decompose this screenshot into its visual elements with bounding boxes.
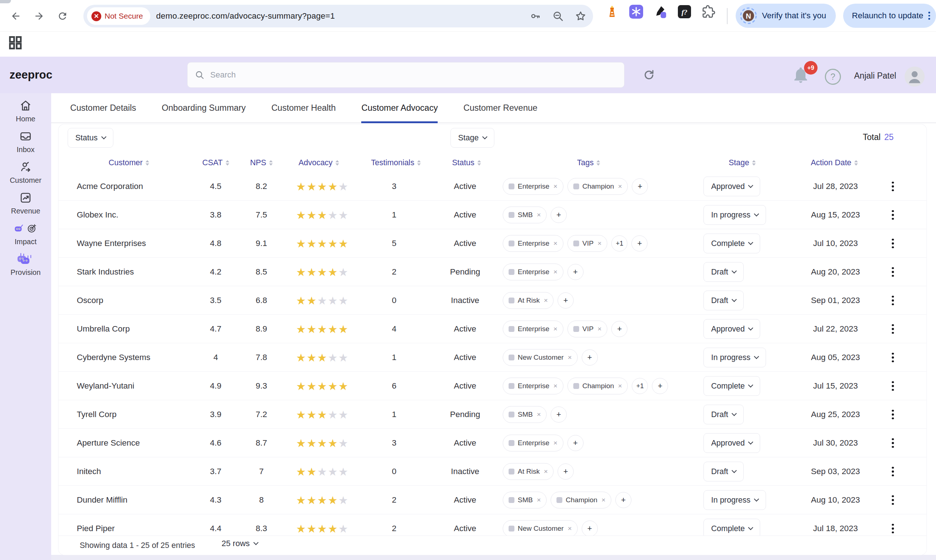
column-header-advocacy[interactable]: Advocacy bbox=[298, 158, 339, 168]
verify-profile-button[interactable]: N Verify that it's you bbox=[736, 4, 836, 28]
url-text[interactable]: demo.zeeproc.com/advocacy-summary?page=1 bbox=[156, 11, 335, 21]
password-key-icon[interactable] bbox=[528, 9, 543, 23]
browser-reload-button[interactable] bbox=[55, 9, 69, 23]
sidebar-item-home[interactable]: Home bbox=[0, 98, 51, 123]
tag-remove-icon[interactable]: × bbox=[554, 182, 557, 191]
tag-remove-icon[interactable]: × bbox=[597, 325, 602, 333]
sidebar-item-customer[interactable]: Customer bbox=[0, 159, 51, 185]
add-tag-button[interactable]: + bbox=[551, 207, 567, 223]
sort-arrows-icon[interactable] bbox=[269, 160, 273, 166]
stage-dropdown[interactable]: In progress bbox=[704, 348, 766, 368]
stage-dropdown[interactable]: Approved bbox=[704, 433, 760, 453]
tag-remove-icon[interactable]: × bbox=[597, 239, 602, 248]
tab-customer-health[interactable]: Customer Health bbox=[271, 93, 336, 123]
add-tag-button[interactable]: + bbox=[582, 520, 598, 535]
snowflake-extension-icon[interactable] bbox=[629, 5, 644, 19]
address-bar[interactable]: ✕ Not Secure demo.zeeproc.com/advocacy-s… bbox=[83, 5, 593, 28]
row-actions-menu[interactable] bbox=[885, 372, 900, 400]
row-actions-menu[interactable] bbox=[885, 400, 900, 429]
add-tag-button[interactable]: + bbox=[652, 378, 668, 394]
row-actions-menu[interactable] bbox=[885, 229, 900, 258]
stage-dropdown[interactable]: Complete bbox=[704, 376, 760, 396]
column-header-stage[interactable]: Stage bbox=[729, 158, 756, 168]
zoom-out-icon[interactable] bbox=[551, 9, 565, 23]
add-tag-button[interactable]: + bbox=[582, 349, 598, 366]
tag-remove-icon[interactable]: × bbox=[544, 468, 548, 475]
column-header-customer[interactable]: Customer bbox=[109, 158, 149, 168]
add-tag-button[interactable]: + bbox=[551, 406, 567, 423]
add-tag-button[interactable]: + bbox=[557, 463, 574, 480]
add-tag-button[interactable]: + bbox=[568, 435, 583, 451]
stage-dropdown[interactable]: Approved bbox=[704, 319, 760, 339]
tab-customer-details[interactable]: Customer Details bbox=[70, 93, 136, 123]
tag-remove-icon[interactable]: × bbox=[554, 325, 557, 333]
tag-remove-icon[interactable]: × bbox=[544, 297, 548, 305]
row-actions-menu[interactable] bbox=[885, 286, 900, 315]
add-tag-button[interactable]: + bbox=[632, 178, 648, 194]
tag-overflow-chip[interactable]: +1 bbox=[632, 378, 648, 394]
row-actions-menu[interactable] bbox=[885, 429, 900, 457]
tag-remove-icon[interactable]: × bbox=[537, 211, 541, 219]
stage-filter-dropdown[interactable]: Stage bbox=[451, 128, 494, 148]
apps-grid-icon[interactable] bbox=[6, 34, 24, 52]
sort-arrows-icon[interactable] bbox=[146, 160, 149, 166]
sort-arrows-icon[interactable] bbox=[752, 160, 756, 166]
tag-remove-icon[interactable]: × bbox=[618, 382, 622, 390]
sidebar-item-provision[interactable]: Provision bbox=[0, 251, 51, 277]
not-secure-chip[interactable]: ✕ Not Secure bbox=[87, 7, 150, 25]
tag-remove-icon[interactable]: × bbox=[602, 496, 605, 504]
tag-remove-icon[interactable]: × bbox=[554, 268, 557, 276]
sidebar-item-impact[interactable]: Impact bbox=[0, 221, 51, 246]
sort-arrows-icon[interactable] bbox=[417, 160, 421, 166]
help-button[interactable]: ? bbox=[825, 69, 841, 85]
pen-extension-icon[interactable] bbox=[653, 5, 668, 19]
stage-dropdown[interactable]: Draft bbox=[704, 291, 744, 310]
rows-per-page-dropdown[interactable]: 25 rows bbox=[222, 539, 258, 548]
refresh-button[interactable] bbox=[642, 68, 656, 82]
sort-arrows-icon[interactable] bbox=[477, 160, 481, 166]
tab-onboarding-summary[interactable]: Onboarding Summary bbox=[162, 93, 246, 123]
sort-arrows-icon[interactable] bbox=[336, 160, 339, 166]
lighthouse-extension-icon[interactable] bbox=[605, 5, 619, 19]
browser-back-button[interactable] bbox=[9, 9, 23, 23]
tag-remove-icon[interactable]: × bbox=[618, 182, 622, 191]
row-actions-menu[interactable] bbox=[885, 201, 900, 229]
stage-dropdown[interactable]: Approved bbox=[704, 177, 760, 196]
stage-dropdown[interactable]: Complete bbox=[704, 519, 760, 535]
user-avatar[interactable] bbox=[905, 66, 925, 87]
browser-forward-button[interactable] bbox=[32, 9, 46, 23]
tag-remove-icon[interactable]: × bbox=[537, 496, 541, 504]
row-actions-menu[interactable] bbox=[885, 258, 900, 286]
sort-arrows-icon[interactable] bbox=[854, 160, 858, 166]
tag-remove-icon[interactable]: × bbox=[554, 439, 557, 447]
stage-dropdown[interactable]: In progress bbox=[704, 205, 766, 225]
column-header-action-date[interactable]: Action Date bbox=[811, 158, 858, 168]
tab-customer-advocacy[interactable]: Customer Advocacy bbox=[361, 93, 438, 123]
row-actions-menu[interactable] bbox=[885, 514, 900, 535]
tag-overflow-chip[interactable]: +1 bbox=[611, 235, 627, 251]
browser-menu-icon[interactable] bbox=[928, 12, 930, 20]
stage-dropdown[interactable]: In progress bbox=[704, 490, 766, 510]
stage-dropdown[interactable]: Draft bbox=[704, 462, 744, 482]
tag-remove-icon[interactable]: × bbox=[554, 382, 557, 390]
add-tag-button[interactable]: + bbox=[615, 492, 631, 508]
relaunch-button[interactable]: Relaunch to update bbox=[843, 4, 936, 28]
tag-remove-icon[interactable]: × bbox=[568, 354, 572, 362]
bookmark-star-icon[interactable] bbox=[573, 9, 588, 23]
tab-customer-revenue[interactable]: Customer Revenue bbox=[463, 93, 537, 123]
column-header-csat[interactable]: CSAT bbox=[202, 158, 229, 168]
row-actions-menu[interactable] bbox=[885, 172, 900, 201]
column-header-tags[interactable]: Tags bbox=[577, 158, 600, 168]
row-actions-menu[interactable] bbox=[885, 343, 900, 372]
notifications-button[interactable]: +9 bbox=[791, 65, 812, 86]
stage-dropdown[interactable]: Complete bbox=[704, 234, 760, 253]
stage-dropdown[interactable]: Draft bbox=[704, 262, 744, 282]
tag-remove-icon[interactable]: × bbox=[568, 525, 572, 532]
sort-arrows-icon[interactable] bbox=[597, 160, 600, 166]
tag-remove-icon[interactable]: × bbox=[554, 239, 557, 248]
row-actions-menu[interactable] bbox=[885, 486, 900, 514]
sidebar-item-inbox[interactable]: Inbox bbox=[0, 129, 51, 154]
add-tag-button[interactable]: + bbox=[568, 264, 583, 280]
add-tag-button[interactable]: + bbox=[557, 292, 574, 309]
column-header-status[interactable]: Status bbox=[452, 158, 481, 168]
